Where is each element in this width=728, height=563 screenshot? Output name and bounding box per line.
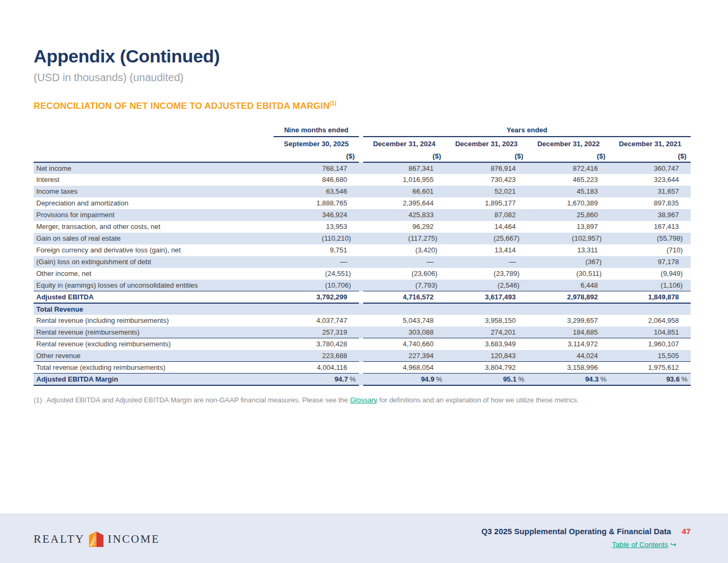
cell-value: 3,683,949 <box>445 338 527 350</box>
table-row: Other revenue223,688227,394120,84344,024… <box>34 350 691 362</box>
cell-value <box>527 303 610 315</box>
column-gap <box>359 151 363 162</box>
cell-value: 3,780,428 <box>274 338 359 350</box>
unit-label: ($) <box>527 151 610 162</box>
cell-value: 66,601 <box>363 186 445 197</box>
row-label: Rental revenue (excluding reimbursements… <box>34 338 274 350</box>
percent-value: 95.1 <box>503 375 516 383</box>
logo-word-realty: REALTY <box>34 533 85 546</box>
percent-sign: % <box>681 375 687 383</box>
cell-value: (30,511) <box>527 268 610 280</box>
cell-value: (23,789) <box>445 268 527 280</box>
column-gap <box>359 268 363 280</box>
cell-value: 52,021 <box>445 186 527 197</box>
cell-value: 3,299,657 <box>527 315 610 327</box>
cell-value: — <box>363 256 445 268</box>
cell-value: 872,416 <box>527 162 610 174</box>
column-gap <box>359 162 363 174</box>
cell-value: 1,016,955 <box>363 174 445 186</box>
cell-value: 94.9% <box>363 374 445 385</box>
cell-value: 1,670,389 <box>527 197 610 209</box>
cell-value: (3,420) <box>363 244 445 256</box>
cell-value: 3,617,493 <box>445 291 527 303</box>
column-gap <box>359 137 363 151</box>
cell-value: (10,706) <box>274 280 359 291</box>
column-gap <box>359 303 363 315</box>
row-label: Interest <box>34 174 274 186</box>
cell-value <box>610 303 691 315</box>
realty-income-logo: REALTY INCOME <box>34 531 160 548</box>
unit-label: ($) <box>363 151 445 162</box>
footnote-text-after: for definitions and an explanation of ho… <box>377 396 579 404</box>
footnote-marker-superscript: (1) <box>330 100 337 106</box>
column-gap <box>359 338 363 350</box>
column-gap <box>359 197 363 209</box>
cell-value: 3,114,972 <box>527 338 610 350</box>
percent-sign: % <box>600 375 606 383</box>
column-gap <box>359 186 363 197</box>
cell-value: 63,546 <box>274 186 359 197</box>
cell-value: (24,551) <box>274 268 359 280</box>
cell-value <box>274 303 359 315</box>
row-label: Foreign currency and derivative loss (ga… <box>34 244 274 256</box>
column-gap <box>359 174 363 186</box>
column-gap <box>359 327 363 338</box>
column-header: December 31, 2024 <box>363 137 445 151</box>
cell-value: 13,953 <box>274 221 359 233</box>
cell-value: 167,413 <box>610 221 691 233</box>
table-row: Total revenue (excluding reimbursements)… <box>34 362 691 374</box>
row-label: Equity in (earnings) losses of unconsoli… <box>34 280 274 291</box>
toc-arrow-icon[interactable]: ↪ <box>670 541 676 549</box>
table-row: Net income768,147867,341876,914872,41636… <box>34 162 691 174</box>
footnote: (1) Adjusted EBITDA and Adjusted EBITDA … <box>34 396 691 404</box>
cell-value: 876,914 <box>445 162 527 174</box>
group-header: Nine months ended <box>274 125 359 137</box>
table-row: Equity in (earnings) losses of unconsoli… <box>34 280 691 291</box>
cell-value: 1,888,765 <box>274 197 359 209</box>
cell-value <box>363 303 445 315</box>
table-row: Provisions for impairment346,924425,8338… <box>34 209 691 221</box>
cell-value: 4,968,054 <box>363 362 445 374</box>
group-header: Years ended <box>363 125 691 137</box>
cell-value: 4,740,660 <box>363 338 445 350</box>
table-row: Rental revenue (including reimbursements… <box>34 315 691 327</box>
percent-value: 94.9 <box>421 375 434 383</box>
row-label: Other income, net <box>34 268 274 280</box>
column-header: December 31, 2021 <box>610 137 691 151</box>
cell-value: 1,975,612 <box>610 362 691 374</box>
cell-value: 227,394 <box>363 350 445 362</box>
cell-value: (367) <box>527 256 610 268</box>
row-label: Depreciation and amortization <box>34 197 274 209</box>
cell-value: 323,644 <box>610 174 691 186</box>
cell-value: 13,414 <box>445 244 527 256</box>
table-row: Rental revenue (reimbursements)257,31930… <box>34 327 691 338</box>
footer: REALTY INCOME Q3 2025 Supplemental Opera… <box>0 513 728 563</box>
column-gap <box>359 256 363 268</box>
column-gap <box>359 244 363 256</box>
cell-value: 2,395,644 <box>363 197 445 209</box>
row-label: Merger, transaction, and other costs, ne… <box>34 221 274 233</box>
logo-word-income: INCOME <box>108 533 160 546</box>
percent-value: 93.6 <box>666 375 679 383</box>
column-header: December 31, 2022 <box>527 137 610 151</box>
table-row: Adjusted EBITDA Margin94.7%94.9%95.1%94.… <box>34 374 691 385</box>
cell-value: 360,747 <box>610 162 691 174</box>
house-icon <box>89 531 104 548</box>
cell-value: (110,210) <box>274 233 359 244</box>
table-date-header-row: September 30, 2025December 31, 2024Decem… <box>34 137 691 151</box>
table-row: Interest846,6801,016,955730,423465,22332… <box>34 174 691 186</box>
cell-value: 45,183 <box>527 186 610 197</box>
row-label: Adjusted EBITDA Margin <box>34 374 274 385</box>
cell-value: 184,685 <box>527 327 610 338</box>
cell-value: — <box>445 256 527 268</box>
table-of-contents-link[interactable]: Table of Contents <box>612 541 668 549</box>
cell-value: (1,106) <box>610 280 691 291</box>
section-heading: RECONCILIATION OF NET INCOME TO ADJUSTED… <box>34 100 691 112</box>
row-label: Rental revenue (including reimbursements… <box>34 315 274 327</box>
glossary-link[interactable]: Glossary <box>350 396 377 404</box>
cell-value: 38,967 <box>610 209 691 221</box>
percent-sign: % <box>436 375 442 383</box>
cell-value: 1,960,107 <box>610 338 691 350</box>
unit-label: ($) <box>445 151 527 162</box>
table-row: Adjusted EBITDA3,792,2994,716,5723,617,4… <box>34 291 691 303</box>
